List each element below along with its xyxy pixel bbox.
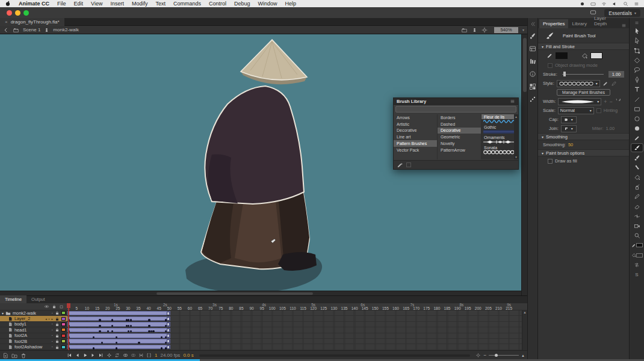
stroke-slider-handle[interactable] — [563, 72, 566, 76]
zoom-dropdown-icon[interactable]: ▾ — [522, 28, 524, 32]
frames-row-monk2-walk[interactable] — [67, 310, 527, 316]
current-frame-value[interactable]: 1 — [155, 353, 157, 358]
edit-multi-icon[interactable] — [138, 353, 144, 358]
outline-all-icon[interactable] — [59, 304, 64, 309]
layer-row-foot2Ashadow[interactable]: foot2Ashadow· — [0, 344, 67, 350]
dock-link-dots[interactable] — [529, 96, 536, 103]
reset-width-icon[interactable] — [615, 99, 621, 105]
menubar-keyboard-icon[interactable] — [590, 1, 596, 7]
tool-paint-brush[interactable] — [631, 144, 643, 152]
dock-collapse[interactable] — [530, 21, 536, 27]
frames-row-Layer_2[interactable] — [67, 316, 527, 321]
layer-row-foot2A[interactable]: foot2A· — [0, 333, 67, 339]
frames-grid[interactable] — [67, 310, 527, 350]
zoom-in-timeline[interactable]: ▲ — [521, 354, 525, 357]
menu-item-help[interactable]: Help — [285, 1, 297, 7]
brush-category-pattern-brushes[interactable]: Pattern Brushes — [394, 140, 437, 147]
tween-span[interactable] — [67, 322, 170, 327]
layer-visible-dot[interactable]: · — [52, 321, 53, 327]
tool-fluid-brush[interactable] — [631, 154, 643, 162]
tab-close-icon[interactable]: × — [5, 19, 8, 25]
layer-row-body1[interactable]: body1· — [0, 322, 67, 327]
keyframe-dot-f16[interactable] — [99, 325, 101, 327]
tab-output[interactable]: Output — [26, 295, 50, 303]
playhead-marker[interactable] — [67, 303, 70, 308]
scene-breadcrumb[interactable]: Scene 1 — [23, 27, 40, 32]
tween-span[interactable] — [67, 328, 170, 333]
menubar-volume-icon[interactable] — [612, 1, 618, 7]
keyframe-dot-f35[interactable] — [138, 342, 140, 344]
brush-subcategory-decorative[interactable]: Decorative — [438, 128, 481, 134]
keyframe-dot-f24[interactable] — [116, 347, 117, 349]
brush-subcategory-patternarrow[interactable]: PatternArrow — [438, 147, 481, 153]
frames-row-foot2A[interactable] — [67, 333, 527, 339]
brush-item-ornaments[interactable]: Ornaments — [481, 135, 518, 140]
trash-icon[interactable] — [20, 353, 26, 359]
tween-span[interactable] — [67, 311, 170, 316]
edit-symbols-button-icon[interactable] — [472, 27, 477, 33]
back-arrow-icon[interactable] — [3, 27, 9, 33]
brush-subcategory-borders[interactable]: Borders — [438, 114, 481, 121]
layer-row-foot2B[interactable]: foot2B· — [0, 339, 67, 344]
frames-scrollbar[interactable] — [199, 354, 471, 357]
tool-gradient-transform[interactable] — [631, 57, 643, 64]
keyframe-dot-f16[interactable] — [99, 330, 101, 332]
dock-fluid-brush[interactable] — [529, 32, 536, 40]
add-brush-icon[interactable] — [397, 162, 403, 168]
menu-item-window[interactable]: Window — [258, 1, 277, 7]
tool-pencil[interactable] — [631, 134, 643, 142]
layer-name[interactable]: head1 — [14, 327, 50, 333]
menu-item-view[interactable]: View — [91, 1, 102, 7]
center-playhead-icon[interactable] — [107, 353, 112, 358]
tool-camera[interactable] — [631, 222, 643, 230]
layer-name[interactable]: monk2-walk — [13, 310, 50, 316]
new-folder-icon[interactable] — [11, 353, 17, 359]
layer-visible-dot[interactable]: · — [52, 333, 53, 338]
tool-eyedropper[interactable] — [631, 193, 643, 200]
keyframe-dot-f30[interactable] — [128, 319, 129, 321]
keyframe-dot-f16[interactable] — [99, 319, 101, 321]
layer-name[interactable]: body1 — [14, 321, 50, 327]
tab-timeline[interactable]: Timeline — [0, 295, 26, 303]
keyframe-dot-f13[interactable] — [93, 336, 94, 338]
menu-item-debug[interactable]: Debug — [234, 1, 250, 7]
show-hide-all-icon[interactable] — [44, 304, 49, 309]
join-dropdown[interactable]: ▾ — [561, 125, 577, 132]
dock-swatches[interactable] — [529, 45, 536, 52]
keyframe-dot-f13[interactable] — [93, 347, 94, 349]
keyframe-dot-f24[interactable] — [116, 342, 117, 344]
layer-visible-dot[interactable]: · — [52, 344, 53, 350]
center-frame-icon[interactable] — [481, 27, 488, 33]
tool-eraser[interactable] — [631, 203, 643, 211]
hinting-checkbox[interactable] — [596, 108, 601, 113]
tool-oval-primitive[interactable] — [631, 125, 643, 132]
stroke-slider[interactable] — [562, 74, 604, 75]
tool-subselection[interactable] — [631, 37, 643, 45]
lock-icon[interactable] — [55, 333, 60, 338]
brush-category-arrows[interactable]: Arrows — [394, 114, 437, 121]
fill-color-control[interactable] — [631, 251, 643, 259]
section-paint-brush-options[interactable]: ▾Paint brush options — [538, 149, 629, 156]
edit-stroke-style-icon[interactable] — [602, 81, 608, 87]
object-drawing-checkbox[interactable] — [548, 63, 553, 68]
frames-row-head1[interactable] — [67, 327, 527, 333]
timeline-zoom-slider[interactable] — [489, 355, 519, 356]
keyframe-dot-f24[interactable] — [116, 336, 117, 338]
stroke-color-control[interactable] — [631, 241, 643, 249]
manage-paint-brushes-button[interactable]: Manage Paint Brushes — [557, 89, 610, 96]
tween-span[interactable] — [67, 333, 170, 338]
stroke-value[interactable]: 1.00 — [608, 71, 624, 78]
lock-all-icon[interactable] — [52, 304, 57, 309]
lock-icon[interactable] — [55, 339, 60, 344]
section-fill-and-stroke[interactable]: ▾Fill and Stroke — [538, 43, 629, 50]
symbol-breadcrumb[interactable]: monk2-walk — [53, 27, 79, 32]
fill-color-swatch[interactable] — [590, 52, 602, 59]
brush-item-gothic[interactable]: Gothic — [481, 125, 518, 129]
center-playhead-icon[interactable] — [475, 353, 481, 358]
tool-bone[interactable] — [631, 164, 643, 171]
brush-subcategory-dashed[interactable]: Dashed — [438, 121, 481, 128]
menu-item-file[interactable]: File — [57, 1, 66, 7]
keyframe-dot-f22[interactable] — [111, 330, 113, 332]
keyframe-dot-f22[interactable] — [111, 319, 113, 321]
apple-menu-icon[interactable] — [5, 1, 11, 7]
